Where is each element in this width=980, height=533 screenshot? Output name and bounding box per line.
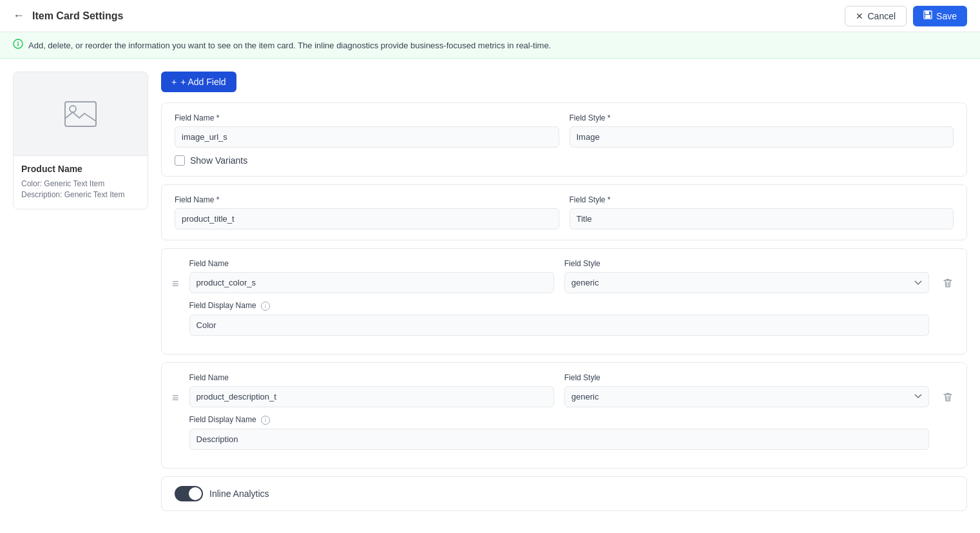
field-card-title: Field Name * Field Style * — [161, 184, 967, 240]
field-name-input-description[interactable] — [189, 386, 554, 407]
field-display-name-input-description[interactable] — [189, 429, 929, 450]
preview-card: Product Name Color: Generic Text Item De… — [13, 72, 148, 209]
show-variants-label: Show Variants — [190, 155, 247, 166]
svg-rect-2 — [925, 15, 930, 18]
add-field-button[interactable]: + + Add Field — [161, 72, 236, 92]
inline-analytics-row: Inline Analytics — [175, 486, 954, 501]
field-style-label-color: Field Style — [564, 259, 929, 268]
drag-handle-description[interactable]: ≡ — [172, 373, 179, 405]
field-name-label-color: Field Name — [189, 259, 554, 268]
info-banner: Add, delete, or reorder the information … — [0, 32, 980, 59]
field-card-color-content: Field Name Field Style generic Image — [189, 259, 929, 344]
field-col-style-description: Field Style generic Image Title Currency… — [564, 373, 929, 407]
back-button[interactable]: ← — [13, 9, 24, 23]
field-row-color-main: Field Name Field Style generic Image — [189, 259, 929, 293]
info-icon-description: i — [261, 416, 270, 425]
field-card-image: Field Name * Field Style * Show Variants — [161, 102, 967, 177]
info-banner-icon — [13, 39, 23, 52]
plus-icon: + — [171, 77, 177, 87]
drag-handle-color[interactable]: ≡ — [172, 259, 179, 291]
main-layout: Product Name Color: Generic Text Item De… — [0, 59, 980, 532]
trash-icon-color — [942, 277, 954, 289]
preview-body: Product Name Color: Generic Text Item De… — [14, 156, 148, 209]
field-display-name-input-color[interactable] — [189, 315, 929, 336]
field-style-input-title[interactable] — [570, 208, 954, 229]
svg-rect-1 — [925, 11, 929, 14]
field-col-style-title: Field Style * — [570, 195, 954, 229]
field-name-input-title[interactable] — [175, 208, 559, 229]
field-card-description-inner: ≡ Field Name Field Style — [172, 373, 956, 458]
show-variants-checkbox[interactable] — [175, 155, 185, 166]
field-name-label-title: Field Name * — [175, 195, 559, 204]
inline-analytics-card: Inline Analytics — [161, 476, 967, 511]
field-row-description-main: Field Name Field Style generic Image — [189, 373, 929, 407]
field-name-label-description: Field Name — [189, 373, 554, 382]
trash-icon-description — [942, 391, 954, 403]
preview-product-name: Product Name — [21, 164, 140, 174]
cancel-x-icon: ✕ — [856, 11, 863, 21]
field-style-label-description: Field Style — [564, 373, 929, 382]
field-style-input-image[interactable] — [570, 126, 954, 148]
field-col-style-image: Field Style * — [570, 113, 954, 148]
delete-button-description[interactable] — [939, 373, 956, 405]
header-actions: ✕ Cancel Save — [845, 6, 967, 26]
field-style-label-title: Field Style * — [570, 195, 954, 204]
field-card-description: ≡ Field Name Field Style — [161, 362, 967, 469]
svg-point-5 — [70, 106, 76, 112]
fields-area: + + Add Field Field Name * Field Style * — [161, 72, 967, 519]
field-display-name-label-color: Field Display Name i — [189, 301, 929, 311]
save-icon — [923, 10, 932, 21]
field-card-color: ≡ Field Name Field Style — [161, 248, 967, 354]
preview-field-description: Description: Generic Text Item — [21, 190, 140, 199]
field-style-label-image: Field Style * — [570, 113, 954, 122]
field-name-input-color[interactable] — [189, 272, 554, 293]
preview-image-area — [14, 72, 148, 156]
field-card-color-inner: ≡ Field Name Field Style — [172, 259, 956, 344]
field-style-select-description[interactable]: generic Image Title Currency Date Badge — [564, 386, 929, 407]
field-col-display-color: Field Display Name i — [189, 301, 929, 336]
inline-analytics-toggle[interactable] — [175, 486, 203, 501]
page-title: Item Card Settings — [32, 10, 845, 22]
field-style-select-color[interactable]: generic Image Title Currency Date Badge — [564, 272, 929, 293]
inline-analytics-label: Inline Analytics — [209, 489, 269, 499]
header: ← Item Card Settings ✕ Cancel Save — [0, 0, 980, 32]
field-name-label-image: Field Name * — [175, 113, 559, 122]
save-button[interactable]: Save — [913, 6, 967, 26]
image-placeholder-icon — [64, 101, 97, 128]
delete-button-color[interactable] — [939, 259, 956, 291]
field-row-color-display: Field Display Name i — [189, 301, 929, 336]
cancel-button[interactable]: ✕ Cancel — [845, 6, 907, 26]
field-row-description-display: Field Display Name i — [189, 415, 929, 450]
field-row-title: Field Name * Field Style * — [175, 195, 954, 229]
info-banner-text: Add, delete, or reorder the information … — [28, 41, 551, 50]
field-display-name-label-description: Field Display Name i — [189, 415, 929, 425]
field-col-style-color: Field Style generic Image Title Currency… — [564, 259, 929, 293]
field-name-input-image[interactable] — [175, 126, 559, 148]
field-col-name-description: Field Name — [189, 373, 554, 407]
field-card-description-content: Field Name Field Style generic Image — [189, 373, 929, 458]
show-variants-row: Show Variants — [175, 155, 954, 166]
preview-field-color: Color: Generic Text Item — [21, 179, 140, 188]
field-col-name-image: Field Name * — [175, 113, 559, 148]
info-icon-color: i — [261, 302, 270, 311]
field-col-name-title: Field Name * — [175, 195, 559, 229]
field-col-display-description: Field Display Name i — [189, 415, 929, 450]
field-col-name-color: Field Name — [189, 259, 554, 293]
field-row-image: Field Name * Field Style * — [175, 113, 954, 148]
